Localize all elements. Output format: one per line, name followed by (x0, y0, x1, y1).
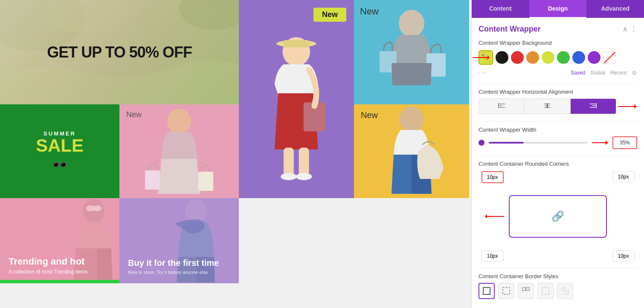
corner-br-input[interactable]: 10px (612, 250, 635, 262)
svg-point-15 (399, 10, 424, 37)
buy-title: Buy it for the first time (128, 258, 230, 268)
corner-left-arrow (479, 195, 506, 238)
color-none-swatch[interactable] (603, 51, 616, 64)
new-label-pink: New (126, 110, 142, 119)
tab-design[interactable]: Design (529, 0, 587, 18)
svg-point-11 (281, 173, 296, 180)
pink-fashion-cell: New (119, 104, 239, 198)
border-style-buttons (479, 283, 637, 299)
summer-sale-cell: SUMMER SALE 🕶️ (0, 104, 119, 198)
banner-cell: GET UP TO 50% OFF (0, 0, 239, 104)
arrow-annotation-color (473, 53, 490, 62)
new-label-yellow: New (361, 110, 378, 120)
svg-marker-43 (606, 141, 608, 145)
divider-2 (479, 121, 637, 121)
align-left-btn[interactable] (479, 99, 525, 114)
arrow-annotation-align (618, 102, 637, 111)
color-green-swatch[interactable] (557, 51, 570, 64)
buy-cell: Buy it for the first time New in store. … (119, 198, 239, 283)
alignment-buttons (479, 98, 616, 114)
corner-tl-container: 10px (479, 171, 506, 193)
color-yellow-swatch[interactable] (542, 51, 554, 64)
svg-rect-8 (284, 40, 309, 47)
bottom-green-bar (0, 280, 119, 283)
border-dashed-btn[interactable] (498, 283, 514, 299)
corner-bl-input[interactable]: 10px (482, 250, 504, 262)
svg-point-24 (93, 205, 102, 211)
svg-rect-20 (198, 172, 213, 191)
svg-rect-50 (542, 288, 549, 294)
svg-rect-46 (483, 288, 490, 294)
color-gear-btn[interactable]: ⚙ (632, 69, 637, 76)
corner-bl-container: 10px (479, 240, 506, 262)
section-title: Content Wrapper (479, 25, 541, 34)
divider-4 (479, 268, 637, 268)
section-header: Content Wrapper ∧ ⋮ (479, 25, 637, 34)
svg-marker-27 (487, 55, 490, 60)
product-grid: GET UP TO 50% OFF New (0, 0, 471, 308)
alignment-label: Content Wrapper Horizontal Alignment (479, 89, 637, 95)
color-blue-swatch[interactable] (572, 51, 585, 64)
bg-label: Content Wrapper Background (479, 40, 637, 46)
right-top-cell: New (354, 0, 469, 104)
svg-rect-51 (562, 288, 565, 291)
svg-rect-52 (566, 291, 569, 294)
border-dotted-btn[interactable] (537, 283, 554, 299)
svg-rect-49 (526, 288, 529, 291)
width-input[interactable]: 35% (612, 136, 637, 149)
corner-tl-input[interactable]: 10px (482, 171, 504, 183)
color-orange-swatch[interactable] (526, 51, 539, 64)
global-action[interactable]: Global (590, 70, 605, 76)
align-right-btn[interactable] (571, 99, 616, 114)
slider-thumb-indicator (479, 140, 484, 146)
color-red-swatch[interactable] (511, 51, 524, 64)
rounded-corners-label: Content Container Rounded Corners (479, 161, 637, 167)
svg-point-22 (83, 199, 104, 223)
arrow-annotation-width (592, 138, 608, 147)
svg-point-18 (167, 109, 191, 134)
border-solid-btn[interactable] (479, 283, 495, 299)
buy-subtitle: New in store. Try it before anyone else (128, 270, 230, 275)
new-label-right-top: New (360, 6, 379, 17)
border-none-btn[interactable] (557, 283, 573, 299)
corner-tr-input[interactable]: 10px (612, 171, 635, 182)
svg-rect-47 (503, 288, 510, 294)
corner-center-box: 🔗 (509, 195, 607, 238)
border-half-btn[interactable] (518, 283, 534, 299)
sale-text: SALE (36, 137, 84, 155)
trending-title: Trending and hot (9, 256, 111, 267)
corner-right-spacer (609, 195, 637, 238)
corner-top-spacer (509, 171, 607, 193)
color-black-swatch[interactable] (496, 51, 508, 64)
divider-1 (479, 83, 637, 83)
recent-action[interactable]: Recent (610, 70, 627, 76)
svg-point-21 (400, 107, 424, 132)
color-purple-swatch[interactable] (588, 51, 600, 64)
saved-action[interactable]: Saved (571, 70, 585, 76)
svg-marker-41 (634, 104, 637, 109)
collapse-button[interactable]: ∧ (623, 25, 628, 33)
align-center-btn[interactable] (525, 99, 570, 114)
link-icon: 🔗 (551, 210, 564, 222)
tab-content[interactable]: Content (472, 0, 529, 18)
svg-rect-9 (284, 147, 294, 176)
width-label: Content Wrapper Width (479, 127, 637, 133)
panel-tabs: Content Design Advanced (472, 0, 644, 18)
color-dots-btn[interactable]: ··· (479, 68, 486, 77)
svg-rect-19 (145, 170, 160, 190)
width-slider-track[interactable] (489, 142, 588, 144)
section-actions: ∧ ⋮ (623, 25, 637, 33)
divider-3 (479, 155, 637, 155)
banner-headline: GET UP TO 50% OFF (47, 43, 192, 61)
more-options-button[interactable]: ⋮ (630, 25, 637, 33)
banner-background: GET UP TO 50% OFF (0, 0, 239, 104)
yellow-new-cell: New (354, 104, 469, 198)
svg-point-25 (185, 199, 207, 223)
border-styles-label: Content Container Border Styles (479, 273, 637, 279)
tab-advanced[interactable]: Advanced (586, 0, 644, 18)
fashion-center-cell: New (239, 0, 354, 198)
arrow-annotation-corner (485, 212, 506, 221)
svg-point-12 (296, 173, 312, 180)
svg-rect-48 (522, 288, 525, 291)
corner-bottom-spacer (509, 240, 607, 262)
